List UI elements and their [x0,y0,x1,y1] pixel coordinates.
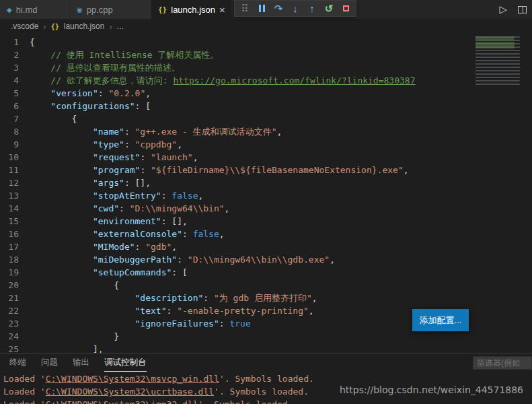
code-token: "setupCommands" [93,267,172,277]
code-text: "miDebuggerPath": "D:\\mingw64\\bin\\gdb… [30,253,335,266]
code-token: "cwd" [93,203,119,213]
vscode-window: ◆ hi.md ◉ pp.cpp {} launch.json × ⠿ ↷ ↓ … [0,0,532,404]
line-number[interactable]: 4 [0,74,30,87]
watermark: https://blog.csdn.net/weixin_44571886 [340,384,523,395]
tab-pp-cpp[interactable]: ◉ pp.cpp [70,0,151,19]
step-into-icon[interactable]: ↓ [287,1,303,16]
code-token: : [167,306,178,316]
restart-icon[interactable]: ↺ [321,1,337,16]
line-number[interactable]: 22 [0,304,30,317]
code-token: , [312,293,317,303]
line-number[interactable]: 17 [0,240,30,253]
line-number[interactable]: 10 [0,151,30,164]
code-token [30,255,93,265]
line-number[interactable]: 2 [0,48,30,61]
line-number[interactable]: 25 [0,343,30,353]
code-token: : [140,165,151,175]
breadcrumb-item-vscode[interactable]: .vscode [11,22,38,31]
line-number[interactable]: 1 [0,36,30,48]
run-icon[interactable]: ▷ [499,3,507,15]
code-token: : [203,293,214,303]
code-token: "launch" [151,152,193,162]
tab-bar: ◆ hi.md ◉ pp.cpp {} launch.json × ⠿ ↷ ↓ … [0,0,532,19]
code-area[interactable]: 1{2 // 使用 IntelliSense 了解相关属性。3 // 悬停以查看… [0,36,532,353]
line-number[interactable]: 23 [0,317,30,330]
code-token: : [135,242,146,252]
drag-handle-icon[interactable]: ⠿ [237,1,253,16]
code-text: "MIMode": "gdb", [30,240,177,253]
panel-tab-terminal[interactable]: 终端 [9,354,26,372]
code-token: // 使用 IntelliSense 了解相关属性。 [50,50,219,60]
console-link[interactable]: C:\WINDOWS\System32\imm32.dll [46,399,198,404]
code-token: , [198,191,203,201]
line-number[interactable]: 14 [0,202,30,215]
code-token [30,191,93,201]
line-number[interactable]: 18 [0,253,30,266]
panel-tab-problems[interactable]: 问题 [41,354,58,372]
line-number[interactable]: 11 [0,164,30,176]
console-link[interactable]: C:\WINDOWS\System32\msvcp_win.dll [46,374,219,384]
line-number[interactable]: 6 [0,100,30,112]
editor[interactable]: 1{2 // 使用 IntelliSense 了解相关属性。3 // 悬停以查看… [0,34,532,353]
close-icon[interactable]: × [219,5,225,15]
tab-label: launch.json [171,5,215,15]
code-line: 15 "environment": [], [0,215,532,228]
code-text: "type": "cppdbg", [30,138,182,151]
code-token: , [276,127,282,137]
code-token: , [145,88,151,98]
pause-icon[interactable] [254,1,270,16]
code-line: 25 ], [0,343,532,353]
code-token: } [30,331,119,341]
code-token: "miDebuggerPath" [93,255,177,265]
tab-hi-md[interactable]: ◆ hi.md [0,0,70,19]
split-editor-icon[interactable] [518,6,527,13]
panel-tab-debug-console[interactable]: 调试控制台 [104,354,147,372]
code-token [30,242,93,252]
code-text: // 使用 IntelliSense 了解相关属性。 [30,48,219,61]
line-number[interactable]: 19 [0,266,30,279]
console-line: Loaded 'C:\WINDOWS\System32\imm32.dll'. … [3,398,532,404]
step-over-icon[interactable]: ↷ [270,1,287,16]
code-line: 24 } [0,330,532,343]
code-token: , [404,165,409,175]
console-line: Loaded 'C:\WINDOWS\System32\msvcp_win.dl… [3,372,532,385]
code-token: "${fileDirname}\\${fileBasenameNoExtensi… [151,165,404,175]
breadcrumb-item-more[interactable]: ... [117,22,124,31]
console-filter-input[interactable] [473,356,532,370]
line-number[interactable]: 20 [0,279,30,292]
console-link[interactable]: C:\WINDOWS\System32\ucrtbase.dll [46,386,214,397]
code-line: 16 "externalConsole": false, [0,228,532,240]
line-number[interactable]: 16 [0,228,30,240]
code-token: : [119,203,130,213]
add-configuration-button[interactable]: 添加配置... [412,309,469,331]
chevron-right-icon: › [43,22,46,32]
code-token: "externalConsole" [93,229,182,239]
code-token [30,293,135,303]
line-number[interactable]: 5 [0,87,30,100]
line-number[interactable]: 21 [0,292,30,304]
line-number[interactable]: 12 [0,176,30,189]
bottom-panel: 终端 问题 输出 调试控制台 Loaded 'C:\WINDOWS\System… [0,353,532,404]
tab-launch-json[interactable]: {} launch.json × [151,0,232,19]
stop-icon[interactable] [338,1,354,16]
line-number[interactable]: 15 [0,215,30,228]
code-line: 14 "cwd": "D:\\mingw64\\bin", [0,202,532,215]
step-out-icon[interactable]: ↑ [304,1,320,16]
line-number[interactable]: 13 [0,189,30,202]
line-number[interactable]: 24 [0,330,30,343]
code-link[interactable]: https://go.microsoft.com/fwlink/?linkid=… [173,75,415,86]
code-line: 21 "description": "为 gdb 启用整齐打印", [0,292,532,304]
minimap[interactable] [476,36,524,86]
code-token: "environment" [93,216,161,226]
code-text: "name": "g++.exe - 生成和调试活动文件", [30,125,282,138]
code-text: "program": "${fileDirname}\\${fileBasena… [30,164,409,176]
line-number[interactable]: 9 [0,138,30,151]
line-number[interactable]: 7 [0,112,30,125]
panel-tab-output[interactable]: 输出 [73,354,89,372]
code-token: // 欲了解更多信息，请访问: [50,75,173,86]
line-number[interactable]: 3 [0,61,30,74]
line-number[interactable]: 8 [0,125,30,138]
code-token: , [193,152,198,162]
code-line: 20 { [0,279,532,292]
breadcrumb-item-file[interactable]: launch.json [64,22,105,31]
